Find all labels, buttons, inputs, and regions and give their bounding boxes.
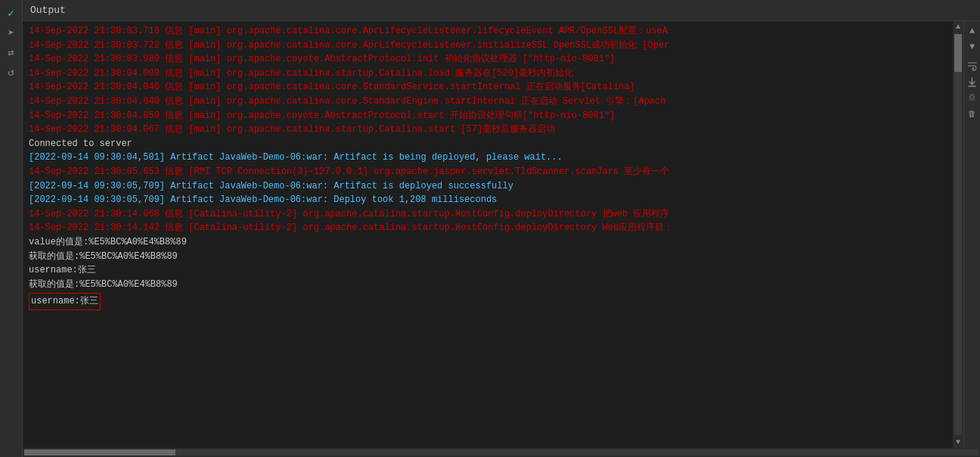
log-line: value的值是:%E5%BC%A0%E4%B8%89 xyxy=(29,235,947,250)
log-line: 14-Sep-2022 21:30:05.653 信息 [RMI TCP Con… xyxy=(29,165,947,179)
right-toolbar: ▲ ▼ ⎙ 🗑 xyxy=(963,21,980,448)
clear-icon[interactable]: 🗑 xyxy=(966,107,979,120)
scroll-thumb[interactable] xyxy=(954,34,962,72)
output-header: Output xyxy=(23,0,980,21)
scroll-up-icon[interactable]: ▲ xyxy=(966,24,979,38)
log-line: 获取的值是:%E5%BC%A0%E4%B8%89 xyxy=(29,278,947,292)
log-line: 14-Sep-2022 21:30:04.040 信息 [main] org.a… xyxy=(29,80,947,95)
scroll-down-arrow[interactable]: ▼ xyxy=(954,437,962,448)
highlighted-log-line: username:张三 xyxy=(29,293,947,310)
arrow-switch-icon[interactable]: ⇄ xyxy=(3,44,20,61)
download-icon[interactable] xyxy=(966,75,979,89)
scroll-track[interactable] xyxy=(954,34,962,435)
output-content[interactable]: 14-Sep-2022 21:30:03.718 信息 [main] org.a… xyxy=(23,21,953,448)
print-icon[interactable]: ⎙ xyxy=(966,91,979,104)
refresh-icon[interactable]: ↺ xyxy=(3,64,20,80)
log-line: 14-Sep-2022 21:30:03.989 信息 [main] org.a… xyxy=(29,52,947,67)
h-scroll-track[interactable] xyxy=(24,449,978,455)
vertical-scrollbar[interactable]: ▲ ▼ xyxy=(953,21,963,448)
output-title: Output xyxy=(30,5,66,16)
left-sidebar: ✓ ➤ ⇄ ↺ xyxy=(0,0,23,457)
log-line: 14-Sep-2022 21:30:04.009 信息 [main] org.a… xyxy=(29,67,947,81)
horizontal-scrollbar[interactable] xyxy=(23,448,980,457)
username-highlighted: username:张三 xyxy=(29,293,101,310)
log-line: 14-Sep-2022 21:30:04.040 信息 [main] org.a… xyxy=(29,95,947,109)
check-icon[interactable]: ✓ xyxy=(3,5,20,21)
output-panel: Output 14-Sep-2022 21:30:03.718 信息 [main… xyxy=(23,0,980,457)
main-container: ✓ ➤ ⇄ ↺ Output 14-Sep-2022 21:30:03.718 … xyxy=(0,0,980,457)
log-line: 获取的值是:%E5%BC%A0%E4%B8%89 xyxy=(29,250,947,264)
log-line: [2022-09-14 09:30:05,709] Artifact JavaW… xyxy=(29,193,947,207)
log-line: username:张三 xyxy=(29,263,947,278)
log-line: 14-Sep-2022 21:30:04.050 信息 [main] org.a… xyxy=(29,109,947,123)
scroll-up-arrow[interactable]: ▲ xyxy=(954,21,962,33)
log-line: [2022-09-14 09:30:05,709] Artifact JavaW… xyxy=(29,179,947,194)
log-line: 14-Sep-2022 21:30:14.142 信息 [Catalina-ut… xyxy=(29,221,947,235)
wrap-icon[interactable] xyxy=(966,59,979,73)
log-line: 14-Sep-2022 21:30:04.067 信息 [main] org.a… xyxy=(29,123,947,137)
log-line: 14-Sep-2022 21:30:14.068 信息 [Catalina-ut… xyxy=(29,207,947,222)
h-scroll-thumb[interactable] xyxy=(24,449,175,455)
log-line: 14-Sep-2022 21:30:03.722 信息 [main] org.a… xyxy=(29,39,947,53)
scroll-down-icon[interactable]: ▼ xyxy=(966,40,979,54)
log-line: 14-Sep-2022 21:30:03.718 信息 [main] org.a… xyxy=(29,24,947,39)
log-line: [2022-09-14 09:30:04,501] Artifact JavaW… xyxy=(29,151,947,165)
log-line: Connected to server xyxy=(29,137,947,151)
arrow-right-icon[interactable]: ➤ xyxy=(3,24,20,41)
